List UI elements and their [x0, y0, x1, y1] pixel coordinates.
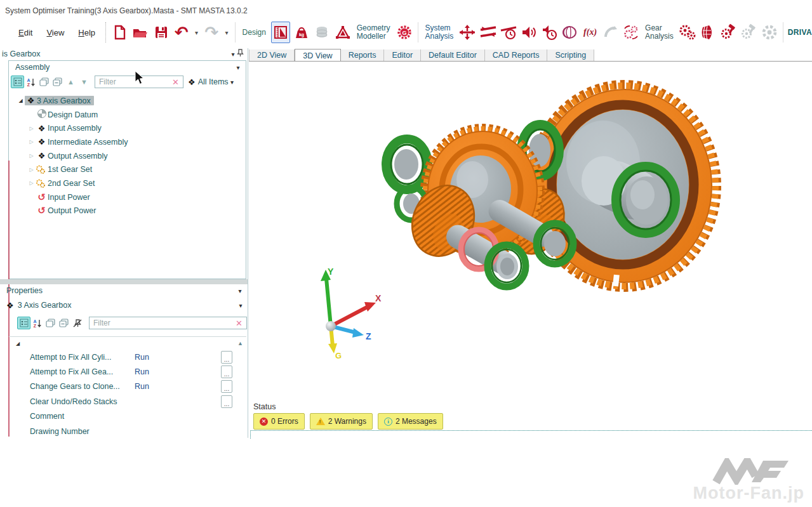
more-button[interactable]: ... [221, 395, 232, 408]
acoustics-icon[interactable] [520, 22, 538, 43]
tab-scripting[interactable]: Scripting [547, 49, 594, 62]
scope-caret-icon[interactable]: ▾ [229, 79, 236, 86]
mass-properties-icon[interactable]: kg [293, 22, 310, 43]
shaft-time-icon[interactable] [500, 22, 517, 43]
tree-item-root[interactable]: ◢ ❖3 Axis Gearbox [9, 94, 246, 108]
acoustics-time-icon[interactable] [540, 22, 558, 43]
property-row[interactable]: Attempt to Fix All Cyli... Run ... [9, 350, 246, 364]
dock-caret-icon[interactable]: ▾ [229, 51, 237, 58]
properties-filter[interactable]: ✕ [89, 317, 247, 329]
bearing-shell-icon[interactable] [561, 22, 578, 43]
geometry-modeller-label[interactable]: Geometry Modeller [354, 24, 393, 40]
tab-2d-view[interactable]: 2D View [249, 49, 295, 62]
expander-icon[interactable]: ▷ [27, 167, 36, 173]
property-row[interactable]: Clear Undo/Redo Stacks ... [9, 394, 246, 409]
expander-icon[interactable]: ▷ [27, 126, 36, 131]
design-mode-icon[interactable] [271, 22, 290, 43]
more-button[interactable]: ... [221, 351, 232, 364]
expander-icon[interactable]: ▷ [27, 139, 36, 145]
menu-edit[interactable]: Edit [13, 25, 38, 40]
output-gear[interactable] [531, 84, 717, 287]
property-group-row[interactable]: ◢ ▲ [9, 337, 246, 350]
collapse-all-icon[interactable] [57, 317, 70, 329]
undo-icon[interactable]: ↶ [173, 22, 190, 43]
property-row[interactable]: Drawing Number [9, 424, 246, 438]
intermediate-shaft-bearing-left[interactable] [386, 139, 428, 190]
sort-alpha-icon[interactable]: AZ [24, 76, 37, 88]
errors-button[interactable]: ✕ 0 Errors [253, 413, 305, 430]
gears-sync-icon[interactable] [622, 22, 640, 43]
property-value[interactable]: Run [135, 353, 149, 362]
unpin-icon[interactable] [70, 317, 84, 329]
mesh-drum-icon[interactable] [699, 22, 717, 43]
properties-filter-clear-icon[interactable]: ✕ [234, 319, 244, 328]
properties-dock-header[interactable]: Properties ▾ [0, 285, 248, 296]
move-down-icon[interactable]: ▼ [77, 76, 91, 88]
move-up-icon[interactable]: ▲ [64, 76, 77, 88]
group-expander-icon[interactable]: ◢ [9, 341, 20, 346]
menu-help[interactable]: Help [72, 25, 101, 40]
fit-shaft-icon[interactable] [458, 22, 476, 43]
sort-alpha-icon[interactable]: AZ [30, 317, 44, 329]
assembly-section-caret-icon[interactable]: ▾ [234, 64, 242, 71]
expander-icon[interactable]: ▷ [27, 153, 36, 159]
tab-reports[interactable]: Reports [341, 49, 385, 62]
new-file-icon[interactable] [111, 22, 129, 43]
driva-label[interactable]: DRIVA [788, 28, 812, 37]
more-button[interactable]: ... [221, 365, 232, 378]
tree-item-intermediate-assembly[interactable]: ▷ ❖ Intermediate Assembly [9, 135, 246, 149]
expand-all-icon[interactable] [44, 317, 57, 329]
shafts-mesh-icon[interactable] [479, 22, 496, 43]
panel-divider[interactable] [248, 48, 248, 438]
save-icon[interactable] [152, 22, 170, 43]
viewport-3d[interactable]: Y X Z G [249, 61, 812, 402]
pin-icon[interactable] [237, 49, 244, 59]
assembly-section-header[interactable]: Assembly ▾ [9, 61, 246, 74]
expander-icon[interactable]: ◢ [17, 98, 25, 103]
tree-item-output-power[interactable]: ↺ Output Power [9, 204, 246, 218]
fx-icon[interactable]: f(x) [581, 22, 599, 43]
categorize-icon[interactable] [17, 317, 30, 329]
tab-editor[interactable]: Editor [384, 49, 421, 62]
delta-model-icon[interactable] [334, 22, 352, 43]
gear-analysis-label[interactable]: Gear Analysis [642, 24, 676, 40]
property-row[interactable]: Change Gears to Clone... Run ... [9, 379, 246, 394]
gear-tool-icon[interactable] [719, 22, 737, 43]
open-file-icon[interactable] [131, 22, 149, 43]
properties-caret-icon[interactable]: ▾ [236, 287, 244, 294]
gear-g-icon[interactable]: G [395, 22, 413, 43]
panel-splitter[interactable] [0, 279, 248, 284]
undo-caret-icon[interactable]: ▾ [193, 29, 200, 36]
property-row[interactable]: Comment [9, 409, 246, 424]
system-analysis-label[interactable]: System Analysis [423, 24, 456, 40]
tab-cad-reports[interactable]: CAD Reports [485, 49, 548, 62]
scrollbar-up-icon[interactable]: ▲ [237, 340, 246, 346]
assembly-filter-clear-icon[interactable]: ✕ [171, 77, 180, 87]
tab-3d-view[interactable]: 3D View [295, 49, 340, 62]
tree-item-1st-gear-set[interactable]: ▷ 1st Gear Set [9, 162, 246, 176]
tree-item-input-assembly[interactable]: ▷ ❖ Input Assembly [9, 121, 246, 135]
collapse-all-icon[interactable] [51, 76, 64, 88]
tab-default-editor[interactable]: Default Editor [421, 49, 485, 62]
subject-caret-icon[interactable]: ▾ [237, 302, 244, 309]
axis-triad[interactable]: Y X Z G [321, 267, 382, 360]
properties-subject-row[interactable]: ❖ 3 Axis Gearbox ▾ [6, 299, 244, 312]
gears-pair-icon[interactable] [679, 22, 696, 43]
tree-item-design-datum[interactable]: Design Datum [9, 108, 246, 122]
menu-view[interactable]: View [41, 25, 70, 40]
categorize-icon[interactable] [11, 76, 24, 88]
messages-button[interactable]: i 2 Messages [378, 413, 443, 430]
expander-icon[interactable]: ▷ [27, 180, 36, 186]
scope-selector[interactable]: All Items [198, 77, 229, 86]
tree-item-input-power[interactable]: ↺ Input Power [9, 190, 246, 204]
assembly-dock-header[interactable]: is Gearbox ▾ [0, 48, 248, 60]
warnings-button[interactable]: ! 2 Warnings [310, 413, 373, 430]
tree-item-2nd-gear-set[interactable]: ▷ 2nd Gear Set [9, 176, 246, 190]
more-button[interactable]: ... [221, 380, 232, 393]
property-value[interactable]: Run [135, 367, 149, 376]
tree-item-output-assembly[interactable]: ▷ ❖ Output Assembly [9, 149, 246, 163]
properties-filter-input[interactable] [92, 318, 234, 328]
property-row[interactable]: Attempt to Fix All Gea... Run ... [9, 364, 246, 379]
expand-all-icon[interactable] [37, 76, 51, 88]
property-value[interactable]: Run [135, 382, 149, 391]
